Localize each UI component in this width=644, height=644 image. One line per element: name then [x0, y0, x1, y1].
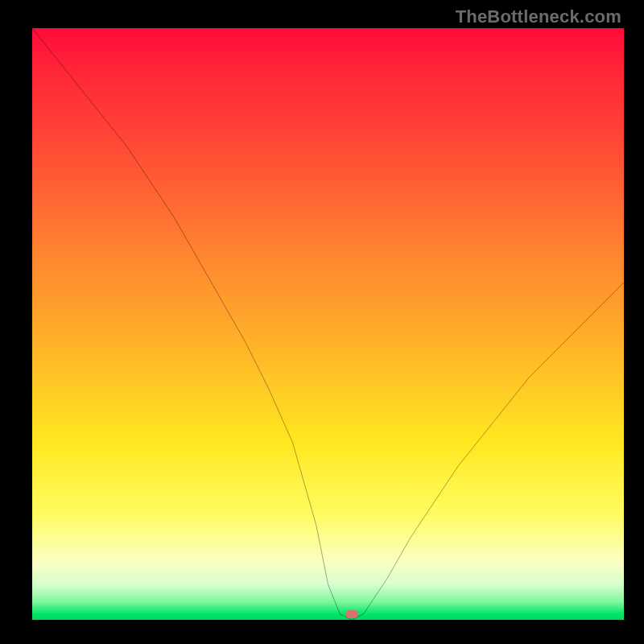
bottleneck-curve: [32, 28, 624, 620]
plot-area: [32, 28, 624, 620]
minimum-marker: [345, 610, 358, 618]
curve-path: [32, 28, 624, 620]
chart-container: TheBottleneck.com: [0, 0, 644, 644]
watermark-text: TheBottleneck.com: [456, 6, 621, 27]
